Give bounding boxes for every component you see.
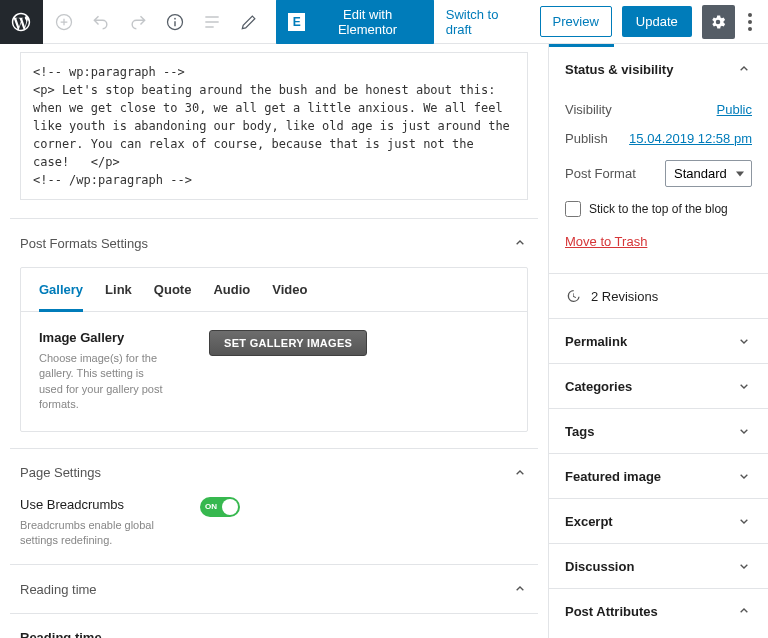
tab-audio[interactable]: Audio [213,282,250,311]
publish-label: Publish [565,131,608,146]
visibility-value-link[interactable]: Public [717,102,752,117]
excerpt-toggle[interactable]: Excerpt [549,499,768,543]
move-to-trash-link[interactable]: Move to Trash [565,234,647,249]
wordpress-logo[interactable] [0,0,43,44]
chevron-down-icon [736,333,752,349]
breadcrumbs-label: Use Breadcrumbs [20,497,160,512]
reading-time-toggle[interactable]: Reading time [20,581,528,597]
post-format-label: Post Format [565,166,636,181]
settings-gear-button[interactable] [702,5,735,39]
page-settings-toggle[interactable]: Page Settings [20,465,528,481]
publish-value-link[interactable]: 15.04.2019 12:58 pm [629,131,752,146]
tab-link[interactable]: Link [105,282,132,311]
chevron-down-icon [736,558,752,574]
page-settings-title: Page Settings [20,465,101,480]
chevron-down-icon [736,468,752,484]
chevron-down-icon [736,513,752,529]
chevron-up-icon [512,581,528,597]
categories-toggle[interactable]: Categories [549,364,768,408]
redo-button[interactable] [120,4,155,40]
reading-time-section-title: Reading time [20,582,97,597]
set-gallery-images-button[interactable]: SET GALLERY IMAGES [209,330,367,356]
tab-quote[interactable]: Quote [154,282,192,311]
chevron-down-icon [736,378,752,394]
svg-point-4 [748,20,752,24]
chevron-up-icon [736,603,752,619]
svg-point-3 [748,13,752,17]
discussion-toggle[interactable]: Discussion [549,544,768,588]
update-button[interactable]: Update [622,6,692,37]
chevron-down-icon [736,423,752,439]
history-icon [565,288,581,304]
visibility-label: Visibility [565,102,612,117]
elementor-label: Edit with Elementor [313,7,421,37]
post-formats-toggle[interactable]: Post Formats Settings [20,235,528,251]
breadcrumbs-desc: Breadcrumbs enable global settings redef… [20,518,160,549]
info-button[interactable] [157,4,192,40]
outline-button[interactable] [194,4,229,40]
post-attributes-toggle[interactable]: Post Attributes [549,589,768,633]
elementor-icon: E [288,13,305,31]
post-formats-title: Post Formats Settings [20,236,148,251]
revisions-row[interactable]: 2 Revisions [549,274,768,318]
edit-elementor-button[interactable]: E Edit with Elementor [276,0,434,45]
chevron-up-icon [512,465,528,481]
chevron-up-icon [736,61,752,77]
reading-time-label: Reading time [20,630,528,638]
gallery-desc: Choose image(s) for the gallery. This se… [39,351,169,413]
gallery-title: Image Gallery [39,330,169,345]
post-format-select[interactable]: Standard [665,160,752,187]
preview-button[interactable]: Preview [540,6,612,37]
permalink-toggle[interactable]: Permalink [549,319,768,363]
chevron-up-icon [512,235,528,251]
status-visibility-toggle[interactable]: Status & visibility [549,47,768,91]
more-menu-button[interactable] [741,5,760,39]
undo-button[interactable] [84,4,119,40]
switch-to-draft-link[interactable]: Switch to draft [438,0,534,45]
add-block-button[interactable] [47,4,82,40]
stick-top-checkbox[interactable] [565,201,581,217]
edit-pencil-button[interactable] [231,4,266,40]
svg-point-2 [174,17,176,19]
breadcrumbs-toggle[interactable]: ON [200,497,240,517]
tags-toggle[interactable]: Tags [549,409,768,453]
tab-gallery[interactable]: Gallery [39,282,83,312]
featured-image-toggle[interactable]: Featured image [549,454,768,498]
stick-top-label: Stick to the top of the blog [589,202,728,216]
tab-video[interactable]: Video [272,282,307,311]
revisions-label: 2 Revisions [591,289,658,304]
code-paragraph-box[interactable]: <!-- wp:paragraph --> <p> Let's stop bea… [20,52,528,200]
svg-point-5 [748,27,752,31]
